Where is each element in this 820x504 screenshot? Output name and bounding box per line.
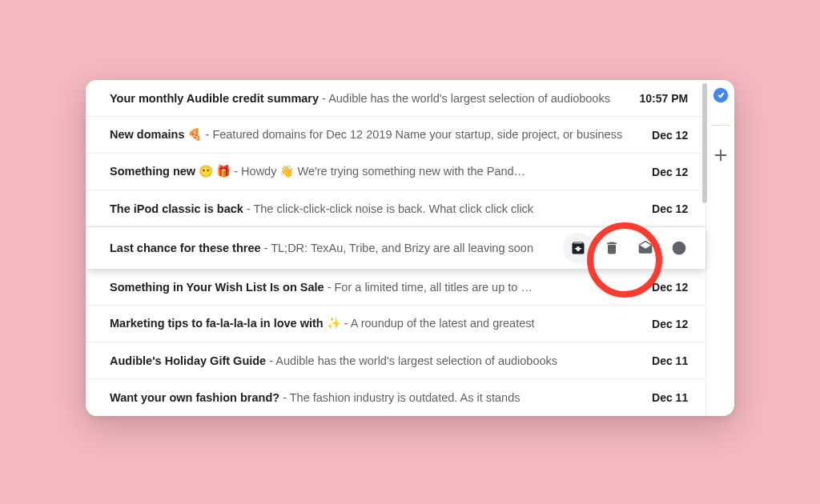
email-snippet: - The click-click-click noise is back. W… (243, 202, 533, 215)
email-row[interactable]: Something in Your Wish List Is on Sale -… (86, 269, 705, 306)
inbox-card: Your monthly Audible credit summary - Au… (86, 80, 734, 416)
email-row[interactable]: Something new 😶 🎁 - Howdy 👋 We're trying… (86, 154, 705, 190)
email-snippet: - For a limited time, all titles are up … (324, 281, 533, 294)
email-subject: Something in Your Wish List Is on Sale (110, 281, 324, 294)
email-date: Dec 11 (630, 391, 688, 404)
email-snippet: - Audible has the world's largest select… (319, 92, 610, 105)
clock-icon (671, 240, 687, 256)
mail-open-icon (637, 240, 653, 256)
email-text: Audible's Holiday Gift Guide - Audible h… (110, 354, 630, 367)
email-date: Dec 12 (630, 129, 688, 142)
side-panel (705, 80, 734, 416)
email-text: Want your own fashion brand? - The fashi… (110, 391, 630, 404)
email-row-hovered[interactable]: Last chance for these three - TL;DR: Tex… (86, 227, 705, 269)
email-date: Dec 12 (630, 281, 688, 294)
email-subject: Last chance for these three (110, 242, 261, 254)
email-subject: Audible's Holiday Gift Guide (110, 354, 266, 367)
email-snippet: - Audible has the world's largest select… (266, 354, 557, 367)
snooze-button[interactable] (670, 239, 688, 257)
email-subject: Marketing tips to fa-la-la-la in love wi… (110, 317, 324, 330)
email-snippet: - TL;DR: TexAu, Tribe, and Brizy are all… (261, 242, 533, 254)
tasks-icon[interactable] (712, 86, 730, 104)
archive-button[interactable] (569, 239, 587, 257)
archive-icon (570, 240, 586, 256)
email-text: The iPod classic is back - The click-cli… (110, 202, 630, 215)
email-date: 10:57 PM (630, 92, 688, 105)
email-text: Your monthly Audible credit summary - Au… (110, 92, 630, 105)
email-snippet: - A roundup of the latest and greatest (344, 317, 535, 330)
row-actions (563, 239, 688, 257)
add-addons-button[interactable] (712, 146, 730, 164)
divider (712, 125, 730, 126)
email-subject: Your monthly Audible credit summary (110, 92, 319, 105)
email-text: New domains 🍕 - Featured domains for Dec… (110, 128, 630, 142)
email-snippet: - The fashion industry is outdated. As i… (279, 391, 520, 404)
scrollbar-thumb[interactable] (702, 83, 707, 203)
email-subject: The iPod classic is back (110, 202, 243, 215)
email-row[interactable]: Audible's Holiday Gift Guide - Audible h… (86, 342, 705, 379)
email-emoji: ✨ (324, 317, 344, 330)
delete-button[interactable] (603, 239, 621, 257)
email-subject: Want your own fashion brand? (110, 391, 279, 404)
mark-read-button[interactable] (637, 239, 654, 257)
email-snippet: - Featured domains for Dec 12 2019 Name … (206, 128, 623, 141)
email-row[interactable]: Marketing tips to fa-la-la-la in love wi… (86, 306, 705, 342)
email-date: Dec 11 (630, 354, 688, 367)
email-subject: Something new (110, 165, 195, 178)
email-row[interactable]: Want your own fashion brand? - The fashi… (86, 379, 705, 416)
trash-icon (604, 240, 620, 256)
email-text: Last chance for these three - TL;DR: Tex… (110, 242, 563, 254)
email-date: Dec 12 (630, 318, 688, 330)
email-text: Something new 😶 🎁 - Howdy 👋 We're trying… (110, 165, 630, 178)
email-date: Dec 12 (630, 166, 688, 178)
email-list: Your monthly Audible credit summary - Au… (86, 80, 705, 416)
email-subject: New domains (110, 128, 184, 141)
email-emoji: 😶 🎁 (195, 165, 234, 178)
email-row[interactable]: The iPod classic is back - The click-cli… (86, 190, 705, 227)
email-date: Dec 12 (630, 202, 688, 215)
email-snippet: - Howdy 👋 We're trying something new wit… (234, 165, 525, 178)
email-row[interactable]: Your monthly Audible credit summary - Au… (86, 80, 705, 117)
email-text: Something in Your Wish List Is on Sale -… (110, 281, 630, 294)
email-emoji: 🍕 (184, 128, 205, 141)
email-text: Marketing tips to fa-la-la-la in love wi… (110, 317, 630, 330)
email-row[interactable]: New domains 🍕 - Featured domains for Dec… (86, 117, 705, 154)
